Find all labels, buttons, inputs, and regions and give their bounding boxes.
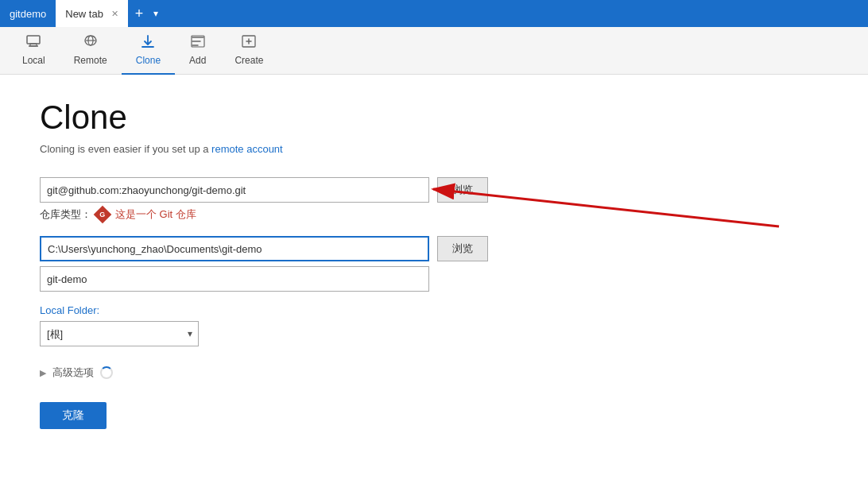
- name-row: [40, 266, 828, 292]
- repo-type-text: 这是一个 Git 仓库: [115, 207, 196, 222]
- new-tab-button[interactable]: +: [128, 2, 150, 25]
- local-icon: [25, 33, 41, 52]
- loading-spinner: [100, 366, 113, 379]
- tab-newtab[interactable]: New tab ✕: [56, 0, 128, 27]
- toolbar-clone-label: Clone: [136, 55, 161, 66]
- main-content: Clone Cloning is even easier if you set …: [0, 75, 868, 453]
- local-path-row: 浏览: [40, 236, 828, 261]
- repo-badge-icon: G: [99, 211, 105, 219]
- name-input[interactable]: [40, 266, 429, 292]
- tab-close-icon[interactable]: ✕: [111, 9, 118, 19]
- title-bar: gitdemo New tab ✕ + ▾: [0, 0, 868, 27]
- url-input[interactable]: [40, 177, 429, 203]
- browse-url-button[interactable]: 浏览: [437, 177, 488, 203]
- page-title: Clone: [40, 99, 828, 137]
- remote-icon: [83, 33, 99, 52]
- subtitle-text: Cloning is even easier if you set up a: [40, 143, 208, 155]
- add-icon: [190, 33, 206, 52]
- advanced-options-row[interactable]: ▶ 高级选项: [40, 366, 828, 380]
- toolbar-remote-label: Remote: [74, 55, 107, 66]
- tab-gitdemo[interactable]: gitdemo: [0, 0, 56, 27]
- toolbar-item-add[interactable]: Add: [175, 27, 220, 75]
- browse-path-button[interactable]: 浏览: [437, 236, 488, 261]
- repo-type-label: 仓库类型：: [40, 207, 91, 222]
- local-path-input[interactable]: [40, 236, 429, 261]
- subtitle: Cloning is even easier if you set up a r…: [40, 143, 828, 155]
- local-folder-label: Local Folder:: [40, 304, 828, 316]
- remote-account-link[interactable]: remote account: [211, 143, 283, 155]
- local-folder-select-wrapper: [根] ▾: [40, 321, 199, 346]
- advanced-label: 高级选项: [52, 366, 94, 380]
- svg-rect-0: [27, 36, 40, 44]
- tab-dropdown-button[interactable]: ▾: [150, 5, 161, 22]
- create-icon: [241, 33, 257, 52]
- url-row: 浏览: [40, 177, 828, 203]
- toolbar-add-label: Add: [189, 55, 206, 66]
- clone-icon: [140, 33, 156, 52]
- new-tab-icon: +: [135, 6, 144, 22]
- toolbar-local-label: Local: [22, 55, 45, 66]
- toolbar-item-remote[interactable]: Remote: [60, 27, 122, 75]
- clone-button[interactable]: 克隆: [40, 402, 107, 429]
- toolbar: Local Remote Clone: [0, 27, 868, 75]
- toolbar-item-create[interactable]: Create: [220, 27, 277, 75]
- local-folder-section: Local Folder: [根] ▾: [40, 304, 828, 346]
- advanced-chevron-icon: ▶: [40, 368, 46, 378]
- toolbar-create-label: Create: [234, 55, 263, 66]
- repo-type-badge: G: [94, 206, 112, 224]
- toolbar-item-local[interactable]: Local: [8, 27, 60, 75]
- tab-dropdown-icon: ▾: [153, 8, 158, 19]
- tab-newtab-label: New tab: [65, 8, 103, 20]
- toolbar-item-clone[interactable]: Clone: [122, 27, 175, 75]
- local-folder-select[interactable]: [根]: [40, 321, 199, 346]
- repo-type-row: 仓库类型： G 这是一个 Git 仓库: [40, 207, 828, 222]
- tab-gitdemo-label: gitdemo: [10, 8, 46, 20]
